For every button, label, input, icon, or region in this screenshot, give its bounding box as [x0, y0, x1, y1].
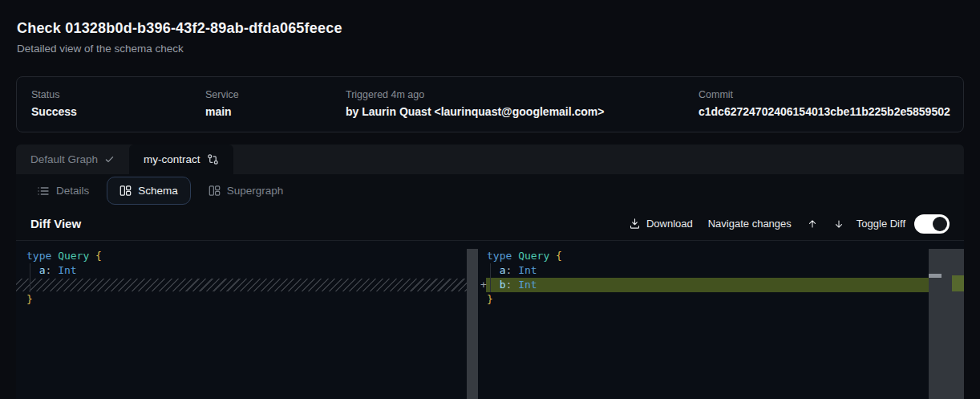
view-tab-row: Details Schema Supergraph: [16, 174, 964, 207]
summary-commit: Commit c1dc62724702406154013cbe11b225b2e…: [699, 89, 950, 119]
tab-supergraph[interactable]: Supergraph: [200, 185, 292, 197]
arrow-down-icon: [833, 218, 844, 230]
diff-toolbar-actions: Download Navigate changes Toggle Diff: [629, 214, 950, 234]
left-pane-scrollbar[interactable]: [467, 249, 478, 399]
code-line: type Query {: [16, 249, 467, 263]
toggle-diff-label: Toggle Diff: [856, 218, 905, 230]
columns-icon: [119, 185, 132, 197]
next-change-button[interactable]: [833, 218, 844, 230]
tab-details[interactable]: Details: [29, 185, 97, 197]
tab-schema[interactable]: Schema: [107, 177, 191, 205]
tab-my-contract[interactable]: my-contract: [129, 145, 233, 174]
diff-toolbar: Diff View Download Navigate changes: [16, 207, 964, 241]
diff-pane-before: type Query { a: Int}: [16, 241, 467, 399]
service-label: Service: [205, 89, 239, 101]
added-change-overview-marker: [952, 275, 964, 291]
schema-check-page: Check 01328b0d-b396-43f2-89ab-dfda065fee…: [0, 0, 980, 399]
hatched-placeholder-line: [16, 279, 467, 291]
schema-diff-view: type Query { a: Int} type Query { a: Int…: [16, 241, 964, 399]
tab-default-graph-label: Default Graph: [30, 153, 98, 165]
indent-guide: [490, 263, 491, 292]
status-label: Status: [31, 89, 77, 101]
download-label: Download: [646, 218, 693, 230]
summary-triggered: Triggered 4m ago by Laurin Quast <laurin…: [346, 89, 605, 119]
page-title: Check 01328b0d-b396-43f2-89ab-dfda065fee…: [17, 20, 342, 37]
tab-default-graph[interactable]: Default Graph: [16, 145, 129, 174]
list-icon: [37, 185, 50, 197]
columns-icon: [209, 185, 221, 197]
commit-label: Commit: [699, 89, 950, 101]
scrollbar-thumb-marker: [929, 274, 942, 278]
git-compare-icon: [207, 153, 219, 165]
diff-view-title: Diff View: [30, 217, 81, 230]
contract-tab-strip: Default Graph my-contract: [16, 145, 964, 174]
download-button[interactable]: Download: [629, 218, 693, 230]
triggered-label: Triggered 4m ago: [346, 89, 605, 101]
code-line: a: Int: [478, 263, 964, 278]
indent-guide: [30, 263, 30, 292]
switch-knob: [933, 217, 947, 231]
toggle-diff-switch[interactable]: [914, 214, 950, 234]
added-line-gutter-marker: +: [479, 278, 488, 292]
check-summary-card: Status Success Service main Triggered 4m…: [16, 76, 964, 132]
code-line: }: [16, 292, 467, 307]
code-line: type Query {: [478, 249, 964, 263]
status-value: Success: [31, 104, 77, 119]
summary-status: Status Success: [31, 89, 77, 119]
service-value: main: [205, 104, 239, 119]
navigate-changes-label: Navigate changes: [708, 218, 792, 230]
tab-details-label: Details: [56, 185, 89, 197]
right-pane-scrollbar[interactable]: [929, 249, 964, 399]
check-icon: [104, 154, 115, 165]
download-icon: [629, 218, 641, 230]
tab-my-contract-label: my-contract: [144, 153, 200, 165]
previous-change-button[interactable]: [807, 218, 818, 230]
arrow-up-icon: [807, 218, 818, 230]
code-line: a: Int: [16, 263, 467, 278]
commit-value: c1dc62724702406154013cbe11b225b2e5859502: [699, 104, 950, 119]
summary-service: Service main: [205, 89, 239, 119]
code-line: }: [478, 292, 964, 307]
diff-pane-after: type Query { a: Int b: Int}: [478, 241, 964, 399]
added-code-line: b: Int: [486, 278, 964, 292]
triggered-value: by Laurin Quast <laurinquast@googlemail.…: [346, 104, 605, 119]
tab-supergraph-label: Supergraph: [227, 185, 284, 197]
page-subtitle: Detailed view of the schema check: [17, 43, 184, 55]
tab-schema-label: Schema: [138, 185, 178, 197]
